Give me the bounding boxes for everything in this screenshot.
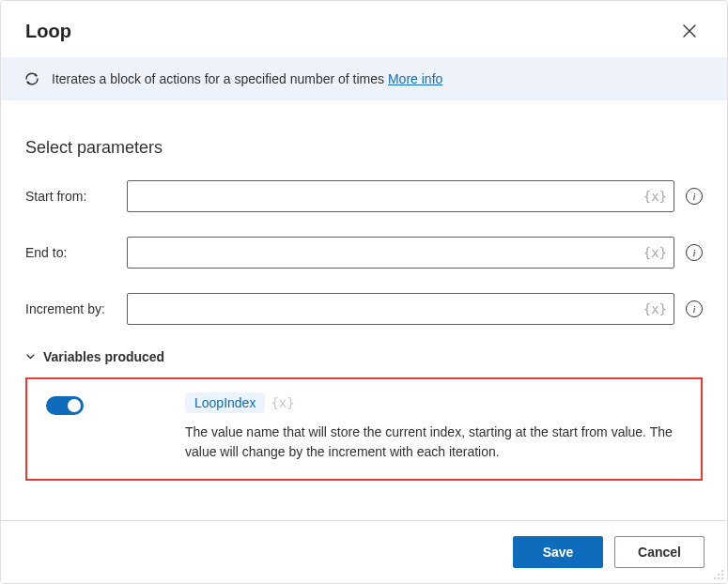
variables-produced-label: Variables produced: [43, 349, 164, 364]
info-text: Iterates a block of actions for a specif…: [52, 71, 442, 86]
dialog-title: Loop: [25, 21, 71, 42]
variable-picker-icon[interactable]: {x}: [643, 301, 667, 316]
close-button[interactable]: [676, 18, 703, 44]
svg-point-5: [721, 577, 723, 579]
end-to-label: End to:: [25, 245, 127, 260]
cancel-button[interactable]: Cancel: [614, 536, 705, 568]
section-title: Select parameters: [25, 138, 703, 158]
loop-dialog: Loop Iterates a block of actions for a s…: [0, 0, 728, 584]
close-icon: [683, 24, 696, 38]
field-row-increment: Increment by: {x} i: [25, 293, 703, 325]
dialog-header: Loop: [1, 1, 727, 57]
dialog-footer: Save Cancel: [1, 520, 727, 583]
variable-output-highlight: LoopIndex {x} The value name that will s…: [25, 377, 703, 481]
svg-point-4: [718, 577, 720, 579]
variable-picker-icon[interactable]: {x}: [643, 189, 667, 204]
variable-toggle[interactable]: [46, 396, 84, 415]
increment-label: Increment by:: [25, 301, 127, 316]
chevron-down-icon: [25, 349, 36, 364]
start-from-label: Start from:: [25, 189, 127, 204]
variables-produced-header[interactable]: Variables produced: [25, 349, 703, 364]
resize-grip-icon[interactable]: [713, 569, 724, 580]
dialog-content: Select parameters Start from: {x} i End …: [1, 100, 727, 481]
increment-input[interactable]: [127, 293, 674, 325]
svg-point-2: [721, 574, 723, 576]
variable-name-pill[interactable]: LoopIndex: [185, 392, 265, 413]
variable-description: The value name that will store the curre…: [185, 423, 674, 462]
info-bar: Iterates a block of actions for a specif…: [1, 57, 727, 100]
svg-point-0: [721, 570, 723, 572]
start-from-input[interactable]: [127, 180, 674, 212]
loop-icon: [23, 70, 40, 87]
info-icon[interactable]: i: [686, 300, 703, 317]
variable-picker-icon[interactable]: {x}: [643, 245, 667, 260]
more-info-link[interactable]: More info: [388, 71, 442, 86]
svg-point-1: [718, 574, 720, 576]
save-button[interactable]: Save: [513, 536, 603, 568]
info-icon[interactable]: i: [686, 188, 703, 205]
info-text-content: Iterates a block of actions for a specif…: [52, 71, 388, 86]
variable-x-icon: {x}: [271, 395, 294, 410]
field-row-start-from: Start from: {x} i: [25, 180, 703, 212]
end-to-input[interactable]: [127, 237, 674, 269]
svg-point-3: [714, 577, 716, 579]
field-row-end-to: End to: {x} i: [25, 237, 703, 269]
info-icon[interactable]: i: [686, 244, 703, 261]
